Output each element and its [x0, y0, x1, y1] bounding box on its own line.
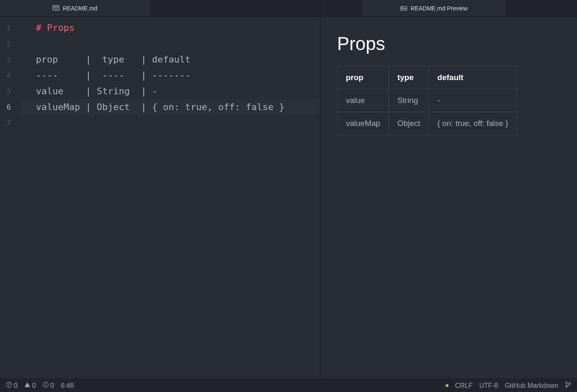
preview-pane: README.md Preview Props prop type defaul…	[320, 0, 577, 379]
tabbar-left: README.md	[0, 0, 320, 17]
gutter-line: 4	[0, 68, 21, 83]
status-line-ending[interactable]: CRLF	[455, 382, 473, 389]
preview-table: prop type default value String - valueMa…	[337, 66, 517, 135]
gutter-line: 1	[0, 20, 21, 36]
gutter-line: 5	[0, 83, 21, 99]
tabbar-empty	[320, 0, 362, 16]
gutter-line: 3	[0, 52, 21, 68]
tab-readme[interactable]: README.md	[0, 0, 150, 16]
code-line: prop | type | default	[36, 52, 320, 68]
gutter: 1 2 3 4 5 6 7	[0, 17, 21, 379]
table-cell: -	[429, 89, 517, 112]
code-line-current: valueMap | Object | { on: true, off: fal…	[36, 99, 320, 115]
table-header: default	[429, 66, 517, 89]
table-header: prop	[338, 66, 389, 89]
code-area[interactable]: # Props prop | type | default ---- | ---…	[21, 17, 320, 379]
book-icon	[53, 5, 59, 11]
status-grammar[interactable]: GitHub Markdown	[505, 382, 558, 389]
preview-heading: Props	[337, 33, 560, 54]
statusbar: 0 0 0 6:46 CRLF UTF-8 GitHub Markdo	[0, 379, 577, 392]
tabbar-empty	[150, 0, 320, 16]
tab-preview[interactable]: README.md Preview	[362, 0, 506, 16]
status-encoding[interactable]: UTF-8	[479, 382, 498, 389]
editor-body[interactable]: 1 2 3 4 5 6 7 # Props prop | type | defa…	[0, 17, 320, 379]
svg-point-14	[566, 386, 567, 387]
info-icon	[43, 382, 49, 389]
status-file-indicator[interactable]	[446, 384, 448, 387]
svg-point-9	[9, 386, 10, 387]
code-line: value | String | -	[36, 83, 320, 99]
status-git[interactable]	[565, 382, 571, 389]
markdown-icon	[401, 5, 407, 11]
status-errors[interactable]: 0	[6, 382, 18, 389]
preview-body: Props prop type default value String -	[320, 17, 577, 379]
error-icon	[6, 382, 12, 389]
status-cursor-position[interactable]: 6:46	[61, 382, 74, 389]
code-line: ---- | ---- | -------	[36, 68, 320, 83]
status-info[interactable]: 0	[43, 382, 54, 389]
status-warnings[interactable]: 0	[24, 382, 36, 389]
code-line	[36, 115, 320, 131]
tab-label: README.md	[63, 5, 97, 12]
code-line	[36, 36, 320, 52]
svg-point-13	[566, 382, 567, 383]
svg-point-15	[569, 383, 570, 384]
table-cell: { on: true, off: false }	[429, 112, 517, 135]
editor-pane: README.md 1 2 3 4 5 6 7 # Props prop | t…	[0, 0, 320, 379]
tab-label: README.md Preview	[411, 5, 468, 12]
table-cell: String	[389, 89, 429, 112]
table-row: valueMap Object { on: true, off: false }	[338, 112, 517, 135]
svg-point-11	[45, 383, 46, 384]
table-header: type	[389, 66, 429, 89]
git-branch-icon	[565, 382, 571, 389]
code-heading: # Props	[36, 23, 75, 33]
table-cell: value	[338, 89, 389, 112]
tabbar-empty	[506, 0, 577, 16]
warning-icon	[24, 382, 30, 389]
dot-icon	[446, 384, 448, 387]
tabbar-right: README.md Preview	[320, 0, 577, 17]
gutter-line: 2	[0, 36, 21, 52]
gutter-line: 7	[0, 115, 21, 131]
table-cell: Object	[389, 112, 429, 135]
gutter-line-current: 6	[0, 99, 21, 115]
table-row: value String -	[338, 89, 517, 112]
table-cell: valueMap	[338, 112, 389, 135]
